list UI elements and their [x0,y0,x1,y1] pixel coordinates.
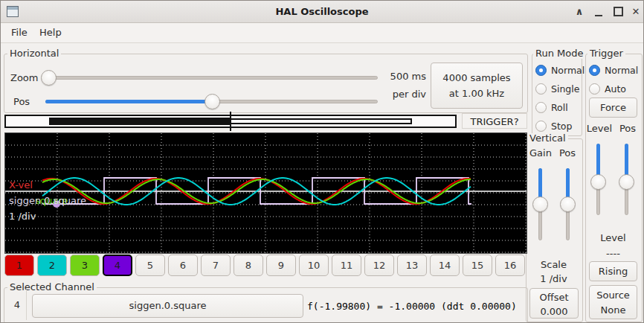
channel-15-button[interactable]: 15 [463,255,492,276]
run-mode-option-label: Normal [551,65,585,76]
offset-value: 0.000 [530,304,578,319]
vertical-pos-header: Pos [557,147,578,159]
scope-channel1-label: X-vel [9,179,33,191]
trigger-option-label: Auto [605,83,626,95]
run-mode-group-label: Run Mode [533,48,585,59]
run-mode-option-normal[interactable]: Normal [535,61,585,80]
trigger-level-header: Level [586,123,613,134]
trigger-pos-slider-handle[interactable] [619,174,634,190]
window-title: HAL Oscilloscope [1,1,643,22]
radio-icon [589,83,600,95]
trigger-option-auto[interactable]: Auto [589,80,638,98]
channel-2-button[interactable]: 2 [37,255,67,276]
selected-channel-number: 4 [10,299,25,310]
scope-selected-channel-label: siggen.0.square [9,195,86,206]
shade-button[interactable]: ∧ [570,1,588,22]
trigger-level-slider-handle[interactable] [590,174,606,190]
trigger-source-caption: Source [590,288,637,303]
pos-slider-label: Pos [13,96,30,107]
radio-icon [589,65,600,76]
close-button[interactable]: ✕ [627,1,644,22]
radio-icon [535,102,547,113]
vertical-pos-slider-handle[interactable] [560,196,576,212]
record-view-window[interactable] [230,118,412,124]
selected-channel-readout: f(-1.99800) = -1.00000 (ddt 0.00000) [307,301,517,312]
menu-help[interactable]: Help [35,23,66,42]
channel-9-button[interactable]: 9 [266,255,296,276]
vertical-offset-button[interactable]: Offset 0.000 [529,288,579,319]
halscope-window: HAL Oscilloscope ∧ ✕ File Help Horizonta… [0,0,644,323]
zoom-slider[interactable] [42,76,378,80]
record-cursor[interactable] [230,112,231,131]
trigger-source-value: None [590,303,637,318]
menu-file[interactable]: File [7,23,32,42]
run-mode-options: NormalSingleRollStop [535,61,585,135]
horizontal-group-label: Horizontal [7,48,61,59]
record-filled-bar [49,118,231,125]
offset-caption: Offset [530,290,578,304]
scope-selected-scale-label: 1 /div [9,211,36,222]
time-per-div-caption: per div [384,89,426,100]
channel-16-button[interactable]: 16 [495,255,525,276]
trigger-option-label: Normal [605,65,638,76]
run-mode-option-single[interactable]: Single [535,80,585,98]
samples-count: 4000 samples [431,70,522,86]
channel-8-button[interactable]: 8 [234,255,263,276]
force-trigger-button[interactable]: Force [589,97,637,118]
vertical-gain-header: Gain [529,147,553,159]
horizontal-pos-slider-handle[interactable] [205,94,220,109]
channel-3-button[interactable]: 3 [70,255,100,276]
time-per-div-value: 500 ms [384,71,426,82]
minimize-icon [595,7,602,16]
samples-button[interactable]: 4000 samples at 1.00 kHz [431,63,523,109]
zoom-slider-handle[interactable] [41,70,57,86]
horizontal-pos-fill [45,100,212,103]
channel-14-button[interactable]: 14 [430,255,460,276]
run-mode-option-label: Single [551,83,579,95]
channel-5-button[interactable]: 5 [135,255,165,276]
zoom-slider-label: Zoom [10,72,38,83]
trigger-mode-options: NormalAuto [589,61,638,98]
vertical-gain-slider-handle[interactable] [532,196,548,212]
channel-7-button[interactable]: 7 [201,255,231,276]
radio-icon [535,65,547,76]
channel-6-button[interactable]: 6 [168,255,198,276]
selected-channel-separator [26,290,27,320]
channel-11-button[interactable]: 11 [332,255,361,276]
vertical-scale-value: 1 /div [526,273,582,284]
trigger-group-label: Trigger [587,48,625,59]
vertical-group-label: Vertical [527,133,568,144]
selected-channel-name-button[interactable]: siggen.0.square [32,294,303,318]
radio-icon [535,83,547,95]
channel-10-button[interactable]: 10 [299,255,329,276]
samples-rate: at 1.00 kHz [431,86,522,101]
maximize-button[interactable] [609,1,627,22]
minimize-button[interactable] [590,1,608,22]
trigger-level-caption: Level [585,232,641,243]
run-mode-option-roll[interactable]: Roll [535,98,585,117]
scope-canvas [5,133,527,253]
channel-13-button[interactable]: 13 [397,255,427,276]
title-bar[interactable]: HAL Oscilloscope ∧ ✕ [1,1,643,23]
trigger-option-normal[interactable]: Normal [589,61,638,80]
channel-1-button[interactable]: 1 [4,255,34,276]
trigger-pos-header: Pos [617,123,638,134]
scope-display[interactable]: X-vel square siggen.0.square 1 /div [4,132,527,254]
run-mode-option-label: Roll [551,102,568,113]
channel-4-button[interactable]: 4 [103,255,132,276]
trigger-source-button[interactable]: Source None [589,285,637,319]
trigger-status-label: TRIGGER? [462,113,527,129]
trigger-edge-button[interactable]: Rising [589,261,637,281]
maximize-icon [614,7,623,16]
channel-12-button[interactable]: 12 [364,255,394,276]
trigger-level-value: ---- [585,248,641,259]
vertical-scale-caption: Scale [526,259,582,270]
radio-icon [535,121,547,132]
run-mode-option-label: Stop [551,121,572,132]
menu-bar: File Help [1,23,643,43]
selected-channel-group-label: Selected Channel [7,282,97,292]
